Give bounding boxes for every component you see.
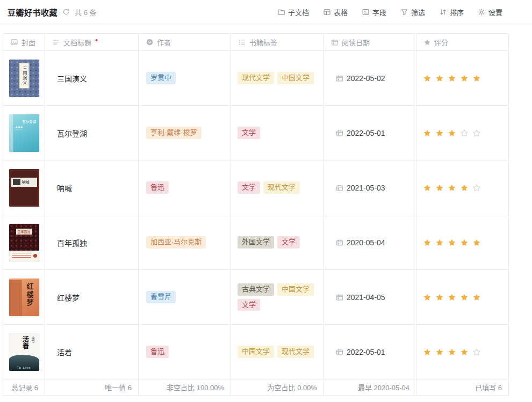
star-filled-icon[interactable] xyxy=(460,184,469,192)
title-cell[interactable]: 瓦尔登湖 xyxy=(45,106,139,160)
column-header-title[interactable]: 文档标题• xyxy=(45,33,139,51)
toolbar-item-subdoc[interactable]: 子文档 xyxy=(277,7,309,17)
title-cell[interactable]: 呐喊 xyxy=(45,160,139,215)
rating-cell[interactable] xyxy=(416,270,509,325)
tags-cell[interactable]: 现代文学中国文学 xyxy=(231,51,324,106)
book-tag: 中国文学 xyxy=(277,72,314,84)
summary-title[interactable]: 唯一值 6 xyxy=(45,379,139,396)
star-filled-icon[interactable] xyxy=(448,74,456,83)
date-cell[interactable]: 2022-05-01 xyxy=(324,106,416,160)
star-filled-icon[interactable] xyxy=(448,238,456,247)
star-filled-icon[interactable] xyxy=(423,184,432,192)
star-filled-icon[interactable] xyxy=(472,293,481,302)
column-header-author[interactable]: 作者 xyxy=(139,33,231,51)
title-cell[interactable]: 三国演义 xyxy=(45,51,139,106)
summary-label: 为空占比 0.00% xyxy=(268,382,317,392)
cover-cell[interactable]: 红楼梦 xyxy=(3,270,45,325)
star-filled-icon[interactable] xyxy=(472,74,481,83)
star-filled-icon[interactable] xyxy=(435,74,444,83)
refresh-icon[interactable] xyxy=(62,8,70,16)
author-cell[interactable]: 亨利·戴维·梭罗 xyxy=(139,106,231,160)
column-header-tags[interactable]: 书籍标签 xyxy=(231,33,324,51)
summary-date[interactable]: 最早 2020-05-04 xyxy=(324,379,416,396)
summary-rating[interactable]: 已填写 6 xyxy=(416,379,509,396)
cover-cell[interactable]: 三国演义 xyxy=(3,51,45,106)
cover-author-text: 余华 xyxy=(31,337,36,343)
star-filled-icon[interactable] xyxy=(435,293,444,302)
toolbar-item-sort[interactable]: 排序 xyxy=(439,7,464,17)
star-filled-icon[interactable] xyxy=(472,238,481,247)
date-cell[interactable]: 2020-05-04 xyxy=(324,215,416,270)
star-filled-icon[interactable] xyxy=(448,293,456,302)
star-filled-icon[interactable] xyxy=(423,74,432,83)
title-cell[interactable]: 红楼梦 xyxy=(45,270,139,325)
star-filled-icon[interactable] xyxy=(448,348,456,356)
rating-cell[interactable] xyxy=(416,51,509,106)
star-filled-icon[interactable] xyxy=(460,74,469,83)
star-empty-icon[interactable] xyxy=(472,184,481,192)
star-filled-icon[interactable] xyxy=(435,129,444,137)
star-filled-icon[interactable] xyxy=(423,293,432,302)
star-filled-icon[interactable] xyxy=(460,348,469,356)
toolbar-item-settings[interactable]: 设置 xyxy=(478,7,502,17)
book-title: 呐喊 xyxy=(57,182,72,193)
star-filled-icon[interactable] xyxy=(423,238,432,247)
toolbar-item-filter[interactable]: 筛选 xyxy=(400,7,425,17)
star-filled-icon[interactable] xyxy=(423,348,432,356)
topbar-left: 豆瓣好书收藏 共 6 条 xyxy=(8,6,96,18)
star-filled-icon[interactable] xyxy=(448,129,456,137)
star-filled-icon[interactable] xyxy=(460,238,469,247)
tags-cell[interactable]: 古典文学中国文学文学 xyxy=(231,270,324,325)
cover-cell[interactable]: ▲▲▲瓦尔登湖 xyxy=(3,106,45,160)
date-cell[interactable]: 2022-05-02 xyxy=(324,51,416,106)
tags-cell[interactable]: 文学现代文学 xyxy=(231,160,324,215)
title-cell[interactable]: 活着 xyxy=(45,325,139,379)
rating-cell[interactable] xyxy=(416,106,509,160)
star-empty-icon[interactable] xyxy=(472,129,481,137)
rating-cell[interactable] xyxy=(416,215,509,270)
cover-cell[interactable]: 百年孤独 xyxy=(3,215,45,270)
toolbar-item-field[interactable]: 字段 xyxy=(362,7,386,17)
toolbar-item-table[interactable]: 表格 xyxy=(323,7,348,17)
author-cell[interactable]: 罗贯中 xyxy=(139,51,231,106)
author-cell[interactable]: 加西亚·马尔克斯 xyxy=(139,215,231,270)
star-filled-icon[interactable] xyxy=(423,129,432,137)
author-cell[interactable]: 鲁迅 xyxy=(139,160,231,215)
summary-cover[interactable]: 总记录 6 xyxy=(3,379,45,396)
calendar-icon xyxy=(336,129,343,137)
title-cell[interactable]: 百年孤独 xyxy=(45,215,139,270)
star-empty-icon[interactable] xyxy=(472,348,481,356)
column-header-rating[interactable]: 评分 xyxy=(416,33,509,51)
rating-cell[interactable] xyxy=(416,160,509,215)
date-cell[interactable]: 2022-05-01 xyxy=(324,325,416,379)
author-cell[interactable]: 鲁迅 xyxy=(139,325,231,379)
table-icon xyxy=(323,8,331,16)
star-empty-icon[interactable] xyxy=(460,129,469,137)
star-filled-icon[interactable] xyxy=(435,238,444,247)
rating-cell[interactable] xyxy=(416,325,509,379)
summary-author[interactable]: 非空占比 100.00% xyxy=(139,379,231,396)
column-header-date[interactable]: 阅读日期 xyxy=(324,33,416,51)
record-count: 共 6 条 xyxy=(75,7,96,17)
book-tag: 古典文学 xyxy=(238,283,274,295)
star-filled-icon[interactable] xyxy=(435,348,444,356)
date-cell[interactable]: 2021-04-05 xyxy=(324,270,416,325)
author-cell[interactable]: 曹雪芹 xyxy=(139,270,231,325)
book-tag: 现代文学 xyxy=(238,72,274,84)
column-header-cover[interactable]: 封面 xyxy=(3,33,45,51)
toolbar-item-label: 字段 xyxy=(372,7,386,17)
cover-mountains: ▲▲▲ xyxy=(15,125,23,129)
tags-cell[interactable]: 中国文学现代文学 xyxy=(231,325,324,379)
topbar: 豆瓣好书收藏 共 6 条 子文档表格字段筛选排序设置 xyxy=(0,0,532,24)
star-filled-icon[interactable] xyxy=(435,184,444,192)
star-filled-icon[interactable] xyxy=(448,184,456,192)
star-filled-icon[interactable] xyxy=(460,293,469,302)
cover-cell[interactable]: 活着余华To Live xyxy=(3,325,45,379)
date-cell[interactable]: 2021-05-03 xyxy=(324,160,416,215)
tags-cell[interactable]: 外国文学文学 xyxy=(231,215,324,270)
cover-cell[interactable]: 呐喊 xyxy=(3,160,45,215)
summary-tags[interactable]: 为空占比 0.00% xyxy=(231,379,324,396)
book-cover-nahan: 呐喊 xyxy=(9,169,39,207)
cover-text-lines xyxy=(12,253,31,259)
tags-cell[interactable]: 文学 xyxy=(231,106,324,160)
